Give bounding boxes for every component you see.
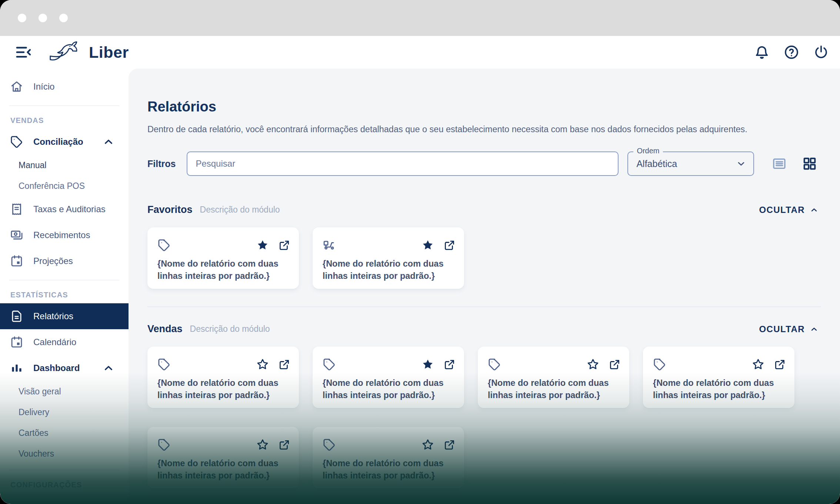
- sidebar-item-label: Relatórios: [33, 311, 73, 321]
- page-description: Dentro de cada relatório, você encontrar…: [147, 124, 821, 134]
- report-card[interactable]: {Nome do relatório com duas linhas intei…: [147, 427, 299, 488]
- report-card-toolbar: [157, 358, 290, 371]
- external-link-icon: [444, 359, 455, 370]
- external-link-icon: [279, 240, 290, 251]
- sidebar-subitem-delivery[interactable]: Delivery: [0, 402, 129, 423]
- calendar-icon: [10, 254, 23, 268]
- cards-grid: {Nome do relatório com duas linhas intei…: [147, 347, 821, 488]
- section-vendas: Vendas Descrição do módulo OCULTAR {Nome…: [147, 323, 821, 488]
- report-card-name: {Nome do relatório com duas linhas intei…: [157, 457, 290, 482]
- report-card-toolbar: [488, 358, 620, 371]
- tag-icon: [10, 135, 23, 148]
- liber-logo-hare-icon: [48, 41, 85, 64]
- window-control-maximize[interactable]: [59, 14, 68, 22]
- hide-section-button[interactable]: OCULTAR: [757, 324, 821, 335]
- help-icon: [784, 44, 799, 60]
- report-card[interactable]: {Nome do relatório com duas linhas intei…: [147, 347, 299, 408]
- banknote-icon: [10, 228, 23, 242]
- section-title: Favoritos: [147, 204, 193, 216]
- sidebar-subitem-conferencia-pos[interactable]: Conferência POS: [0, 176, 129, 196]
- star-outline-icon[interactable]: [421, 438, 434, 451]
- collapse-sidebar-icon: [15, 44, 32, 61]
- sidebar-subitem-manual[interactable]: Manual: [0, 155, 129, 176]
- sidebar-item-label: Taxas e Auditorias: [33, 204, 106, 214]
- report-sections: Favoritos Descrição do módulo OCULTAR {N…: [147, 204, 821, 488]
- report-card-actions: [587, 358, 620, 371]
- report-card[interactable]: {Nome do relatório com duas linhas intei…: [478, 347, 629, 408]
- report-card-name: {Nome do relatório com duas linhas intei…: [323, 377, 455, 401]
- report-card-toolbar: [157, 438, 290, 451]
- sidebar-subitem-visao-geral[interactable]: Visão geral: [0, 381, 129, 402]
- report-card[interactable]: {Nome do relatório com duas linhas intei…: [313, 227, 464, 289]
- report-card-actions: [256, 239, 290, 251]
- report-card-toolbar: [323, 238, 455, 252]
- star-outline-icon[interactable]: [256, 438, 269, 451]
- report-card-name: {Nome do relatório com duas linhas intei…: [323, 258, 455, 282]
- page-title: Relatórios: [147, 99, 821, 115]
- section-subtitle: Descrição do módulo: [190, 324, 270, 334]
- report-card-toolbar: [323, 438, 455, 451]
- report-card[interactable]: {Nome do relatório com duas linhas intei…: [147, 227, 299, 289]
- sidebar-collapse-button[interactable]: [15, 44, 32, 61]
- report-card[interactable]: {Nome do relatório com duas linhas intei…: [313, 427, 464, 488]
- app-window: Liber Início VENDAS Conciliação: [0, 0, 840, 504]
- sidebar-item-relatorios[interactable]: Relatórios: [0, 303, 129, 329]
- sidebar-item-projecoes[interactable]: Projeções: [0, 248, 129, 274]
- window-control-close[interactable]: [18, 14, 26, 22]
- filter-row: Filtros Ordem Alfabética: [147, 151, 821, 176]
- header-actions: [754, 44, 829, 60]
- external-link-icon: [279, 439, 290, 451]
- external-link-icon: [444, 439, 455, 451]
- section-header: Favoritos Descrição do módulo OCULTAR: [147, 204, 821, 216]
- logo-text: Liber: [89, 43, 129, 61]
- window-control-minimize[interactable]: [39, 14, 47, 22]
- tag-icon: [157, 438, 171, 451]
- tag-icon: [323, 358, 336, 371]
- star-filled-icon[interactable]: [256, 239, 269, 251]
- grid-view-button[interactable]: [802, 156, 817, 171]
- view-toggles: [772, 156, 817, 171]
- order-select[interactable]: Ordem Alfabética: [627, 151, 754, 176]
- sidebar-item-recebimentos[interactable]: Recebimentos: [0, 222, 129, 248]
- star-outline-icon[interactable]: [256, 358, 269, 371]
- section-title: Vendas: [147, 323, 183, 335]
- scooter-icon: [323, 238, 336, 252]
- sidebar-item-conciliacao[interactable]: Conciliação: [0, 129, 129, 155]
- section-favoritos: Favoritos Descrição do módulo OCULTAR {N…: [147, 204, 821, 289]
- sidebar-subitem-cartoes[interactable]: Cartões: [0, 423, 129, 443]
- chevron-up-icon: [102, 361, 115, 375]
- sidebar-item-label: Dashboard: [33, 363, 80, 373]
- section-header: Vendas Descrição do módulo OCULTAR: [147, 323, 821, 335]
- external-link-icon: [609, 359, 620, 370]
- sidebar-divider: [9, 106, 119, 106]
- grid-view-icon: [802, 156, 817, 171]
- report-card[interactable]: {Nome do relatório com duas linhas intei…: [643, 347, 794, 408]
- sidebar-item-label: Conciliação: [33, 137, 83, 147]
- search-input[interactable]: [187, 151, 619, 176]
- sidebar-section-estatisticas: ESTATÍSTICAS: [0, 286, 129, 303]
- star-filled-icon[interactable]: [421, 358, 434, 371]
- sidebar-item-calendario[interactable]: Calendário: [0, 329, 129, 355]
- hide-section-label: OCULTAR: [759, 324, 805, 334]
- star-filled-icon[interactable]: [421, 239, 434, 251]
- help-button[interactable]: [784, 44, 799, 60]
- order-select-value: Alfabética: [636, 158, 677, 169]
- sidebar-subitem-vouchers[interactable]: Vouchers: [0, 443, 129, 464]
- report-card-name: {Nome do relatório com duas linhas intei…: [323, 457, 455, 482]
- star-outline-icon[interactable]: [587, 358, 599, 371]
- receipt-icon: [10, 203, 23, 216]
- report-card-actions: [421, 358, 455, 371]
- hide-section-button[interactable]: OCULTAR: [757, 204, 821, 216]
- order-select-label: Ordem: [633, 147, 663, 155]
- sidebar-item-inicio[interactable]: Início: [0, 74, 129, 100]
- bell-icon: [754, 44, 770, 60]
- cards-grid: {Nome do relatório com duas linhas intei…: [147, 227, 821, 289]
- star-outline-icon[interactable]: [752, 358, 764, 371]
- logout-button[interactable]: [813, 44, 829, 60]
- list-view-button[interactable]: [772, 156, 787, 171]
- sidebar-item-dashboard[interactable]: Dashboard: [0, 355, 129, 381]
- report-card-actions: [256, 438, 290, 451]
- notifications-button[interactable]: [754, 44, 770, 60]
- report-card[interactable]: {Nome do relatório com duas linhas intei…: [313, 347, 464, 408]
- sidebar-item-taxas-e-auditorias[interactable]: Taxas e Auditorias: [0, 196, 129, 222]
